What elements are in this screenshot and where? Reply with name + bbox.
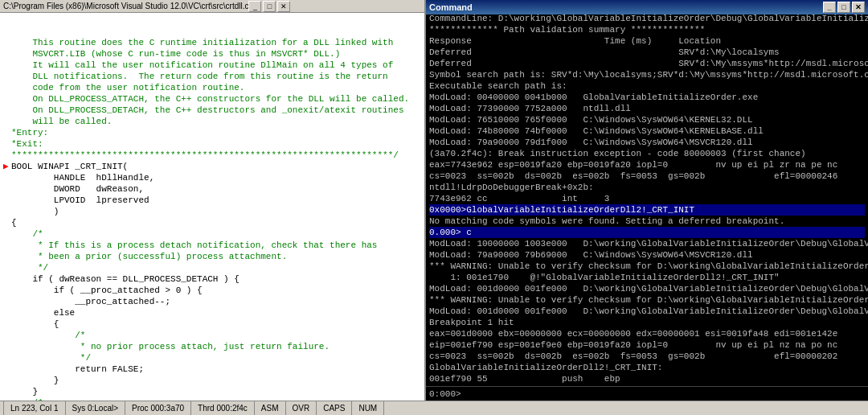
line-marker [3,82,11,93]
line-text: LPVOID lpreserved [11,195,149,206]
line-text: { [11,318,59,330]
line-text: } [11,386,38,397]
command-line: GlobalVariableInitializeOrderDll2!_CRT_I… [429,362,865,373]
line-marker [3,228,11,240]
command-line: ModLoad: 00400000 0041b000 GlobalVariabl… [429,92,865,103]
command-title-text: Command [429,2,473,12]
command-line: ModLoad: 74b80000 74bf0000 C:\Windows\Sy… [429,125,865,137]
line-text: ) [11,206,59,217]
command-line: ModLoad: 79a90000 79d1f000 C:\Windows\Sy… [429,137,865,148]
command-line: 0.000> c [429,227,865,238]
code-line: { [3,217,421,228]
command-line: eax=001d0000 ebx=00000000 ecx=00000000 e… [429,328,865,339]
code-line: * If this is a process detach notificati… [3,240,421,251]
code-line: if ( __proc_attached > 0 ) { [3,285,421,296]
line-text: return FALSE; [11,364,144,375]
status-item-ovr: OVR [286,401,317,415]
source-file-path: C:\Program Files (x86)\Microsoft Visual … [3,2,248,10]
line-marker [3,37,11,48]
line-text: /* [11,330,85,341]
command-line: cs=0023 ss=002b ds=002b es=002b fs=0053 … [429,171,865,182]
line-marker [3,352,11,364]
cmd-maximize-button[interactable]: □ [837,2,850,13]
command-output-area[interactable]: Microsoft (R) Windows Debugger Version 1… [426,14,868,386]
line-marker [3,71,11,82]
line-marker [3,296,11,307]
line-marker [3,386,11,397]
line-text: will be called. [11,116,112,127]
cmd-minimize-button[interactable]: _ [823,2,836,13]
line-text: */ [11,262,48,273]
command-line: Breakpoint 1 hit [429,317,865,328]
line-text: This routine does the C runtime initiali… [11,37,393,48]
code-line: HANDLE hDllHandle, [3,172,421,183]
line-marker [3,240,11,251]
line-marker [3,251,11,262]
line-marker [3,93,11,105]
code-line: else [3,307,421,318]
line-marker [3,172,11,183]
line-marker [3,60,11,71]
status-item-asm: ASM [255,401,286,415]
command-line: ModLoad: 10000000 1003e000 D:\working\Gl… [429,238,865,249]
command-line: eax=7743e962 esp=0019fa20 ebp=0019fa20 i… [429,159,865,171]
maximize-button[interactable]: □ [263,1,276,12]
line-marker [3,206,11,217]
command-line: 0x0000>GlobalVariableInitializeOrderDll2… [429,204,865,216]
line-text: code from the user notification routine. [11,82,244,93]
command-line: ModLoad: 001d0000 001fe000 D:\working\Gl… [429,283,865,294]
command-line: 001ef790 55 push ebp [429,373,865,384]
close-button[interactable]: ✕ [277,1,290,12]
command-line: Response Time (ms) Location [429,35,865,47]
code-line: It will call the user notification routi… [3,60,421,71]
command-line: ModLoad: 001d0000 001fe000 D:\working\Gl… [429,306,865,317]
code-line: DLL notifications. The return code from … [3,71,421,82]
line-text: * no prior process attach, just return f… [11,341,330,352]
line-text: ****************************************… [11,150,399,161]
command-line: eip=001ef790 esp=001ef9e0 ebp=0019fa20 i… [429,339,865,351]
line-marker [3,318,11,330]
line-text: */ [11,352,91,364]
code-line: if ( dwReason == DLL_PROCESS_DETACH ) { [3,273,421,285]
command-line: ************* Path validation summary **… [429,24,865,35]
app-window: C:\Program Files (x86)\Microsoft Visual … [0,0,868,415]
command-input[interactable] [463,389,865,399]
command-line: ntdll!LdrpDoDebuggerBreak+0x2b: [429,182,865,193]
code-content: This routine does the C runtime initiali… [0,13,424,401]
source-scroll-area[interactable]: This routine does the C runtime initiali… [0,13,424,401]
line-text: else [11,307,75,318]
minimize-button[interactable]: _ [248,1,261,12]
command-line: Deferred SRV*d:\My\mssyms*http://msdl.mi… [429,58,865,69]
line-text: *Exit: [11,138,43,150]
command-panel-title: Command _ □ ✕ [426,0,868,14]
cmd-close-button[interactable]: ✕ [852,2,865,13]
status-item-thrd-000-2f4c: Thrd 000:2f4c [191,401,255,415]
line-text: It will call the user notification routi… [11,60,393,71]
command-line: Symbol search path is: SRV*d:\My\localsy… [429,69,865,80]
line-marker [3,195,11,206]
code-line: will be called. [3,116,421,127]
code-line: } [3,386,421,397]
command-line: *** WARNING: Unable to verify checksum f… [429,294,865,306]
command-line: ModLoad: 77390000 7752a000 ntdll.dll [429,103,865,114]
line-text: DLL notifications. The return code from … [11,71,388,82]
source-panel-title: C:\Program Files (x86)\Microsoft Visual … [0,0,424,13]
line-text: *Entry: [11,127,48,138]
code-line: On DLL_PROCESS_ATTACH, the C++ construct… [3,93,421,105]
command-line: *** WARNING: Unable to verify checksum f… [429,261,865,272]
code-line: } [3,375,421,386]
status-bar: Ln 223, Col 1Sys 0:Local>Proc 000:3a70Th… [0,401,868,415]
line-marker [3,341,11,352]
line-text: HANDLE hDllHandle, [11,172,154,183]
code-line: __proc_attached--; [3,296,421,307]
status-item-ln-223--col-1: Ln 223, Col 1 [3,401,66,415]
line-text: { [11,217,17,228]
command-line: 7743e962 cc int 3 [429,193,865,204]
code-line: */ [3,262,421,273]
code-line: */ [3,352,421,364]
line-marker [3,138,11,150]
command-line: (3a70.2f4c): Break instruction exception… [429,148,865,159]
code-line: *Entry: [3,127,421,138]
line-text: if ( __proc_attached > 0 ) { [11,285,203,296]
line-text: } [11,375,59,386]
